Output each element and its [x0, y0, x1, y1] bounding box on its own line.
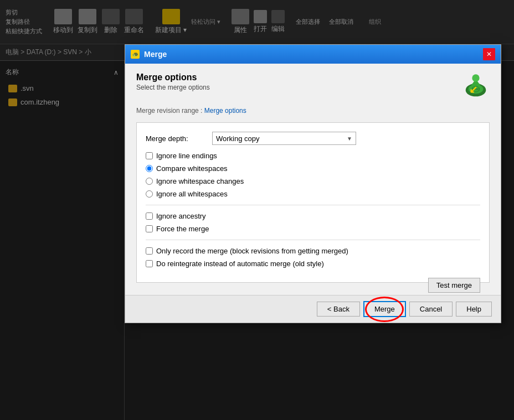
merge-depth-value: Working copy [216, 134, 260, 143]
dialog-body: Merge options Select the merge options ↙… [125, 64, 501, 295]
dialog-heading: Merge options [136, 72, 210, 82]
merge-dialog: 🐢 Merge ✕ Merge options Select the merge… [125, 44, 501, 323]
force-merge-label: Force the merge [156, 225, 209, 233]
svg-text:↙: ↙ [469, 84, 477, 95]
merge-button-wrapper: Merge [363, 301, 406, 317]
dialog-header-row: Merge options Select the merge options ↙ [136, 72, 490, 100]
ignore-ws-changes-radio[interactable] [146, 178, 153, 185]
section-divider-1 [146, 205, 480, 205]
dialog-header-text: Merge options Select the merge options [136, 72, 210, 91]
dialog-breadcrumb: Merge revision range : Merge options [136, 107, 490, 115]
back-button[interactable]: < Back [317, 302, 360, 317]
dialog-footer: < Back Merge Cancel Help [125, 295, 501, 323]
force-merge-checkbox[interactable] [146, 225, 153, 232]
dialog-content-box: Merge depth: Working copy ▼ Ignore line … [136, 122, 490, 283]
dialog-titlebar: 🐢 Merge ✕ [125, 45, 501, 64]
dialog-title-text: Merge [144, 50, 167, 59]
dialog-breadcrumb-label: Merge revision range [136, 107, 199, 115]
ignore-ancestry-label: Ignore ancestry [156, 212, 206, 220]
ignore-ancestry-row: Ignore ancestry [146, 212, 480, 220]
dialog-titlebar-left: 🐢 Merge [131, 50, 167, 59]
ignore-line-endings-label: Ignore line endings [156, 152, 217, 160]
section-divider-2 [146, 240, 480, 240]
svg-point-3 [472, 74, 479, 81]
ignore-ancestry-checkbox[interactable] [146, 212, 153, 220]
do-reintegrate-checkbox[interactable] [146, 260, 153, 267]
tortoise-svg-icon: ↙ [462, 72, 490, 100]
cancel-button[interactable]: Cancel [409, 302, 453, 317]
ignore-line-endings-checkbox[interactable] [146, 152, 153, 159]
ignore-all-ws-row: Ignore all whitespaces [146, 190, 480, 198]
dialog-title-icon: 🐢 [131, 50, 140, 59]
force-merge-row: Force the merge [146, 225, 480, 233]
dialog-breadcrumb-current: Merge options [204, 107, 246, 115]
compare-whitespaces-label: Compare whitespaces [156, 164, 228, 173]
compare-whitespaces-row: Compare whitespaces [146, 164, 480, 173]
ignore-ws-changes-row: Ignore whitespace changes [146, 177, 480, 185]
ignore-all-ws-radio[interactable] [146, 190, 153, 198]
only-record-row: Only record the merge (block revisions f… [146, 247, 480, 255]
merge-depth-label: Merge depth: [146, 134, 212, 143]
do-reintegrate-row: Do reintegrate instead of automatic merg… [146, 260, 480, 268]
merge-depth-select[interactable]: Working copy ▼ [212, 132, 356, 145]
dialog-subheading: Select the merge options [136, 84, 210, 91]
ignore-ws-changes-label: Ignore whitespace changes [156, 177, 244, 185]
ignore-line-endings-row: Ignore line endings [146, 152, 480, 160]
compare-whitespaces-radio[interactable] [146, 165, 153, 172]
dialog-breadcrumb-sep: : [199, 107, 204, 115]
do-reintegrate-label: Do reintegrate instead of automatic merg… [156, 260, 324, 268]
merge-button[interactable]: Merge [363, 301, 406, 317]
help-button[interactable]: Help [456, 302, 492, 317]
only-record-checkbox[interactable] [146, 247, 153, 255]
select-arrow-icon: ▼ [347, 136, 352, 142]
merge-depth-row: Merge depth: Working copy ▼ [146, 132, 480, 145]
dialog-close-button[interactable]: ✕ [483, 48, 495, 60]
test-merge-button[interactable]: Test merge [428, 278, 480, 293]
ignore-all-ws-label: Ignore all whitespaces [156, 190, 228, 198]
only-record-label: Only record the merge (block revisions f… [156, 247, 348, 255]
